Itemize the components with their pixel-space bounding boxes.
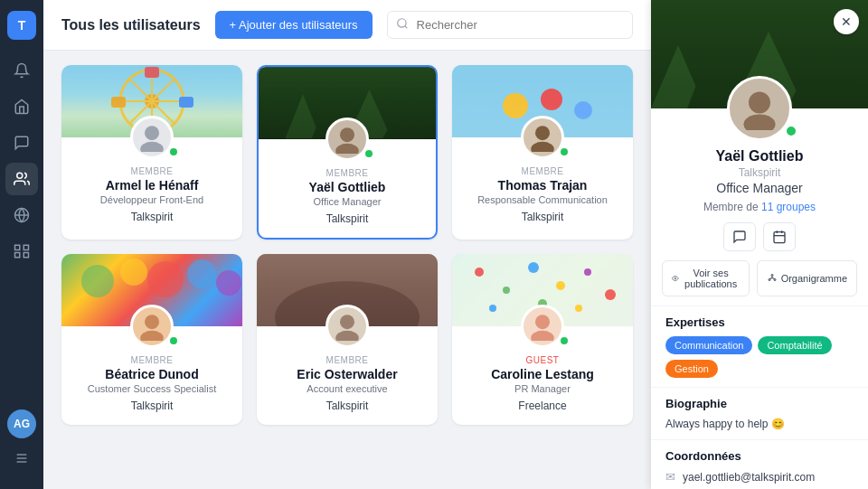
- online-indicator-4: [168, 335, 179, 346]
- user-card-6[interactable]: Guest Caroline Lestang PR Manager Freela…: [452, 254, 633, 425]
- message-button[interactable]: [723, 222, 756, 251]
- svg-point-65: [749, 92, 770, 114]
- card-avatar-wrap-1: [61, 116, 242, 159]
- card-name-3: Thomas Trajan: [463, 178, 622, 193]
- card-avatar-wrap-4: [61, 305, 242, 348]
- search-input[interactable]: [387, 11, 633, 39]
- user-card-4[interactable]: Membre Béatrice Dunod Customer Success S…: [61, 254, 242, 425]
- card-role-5: Membre: [268, 355, 427, 365]
- app-logo[interactable]: T: [7, 11, 36, 40]
- svg-point-41: [216, 270, 241, 296]
- svg-point-10: [397, 18, 405, 26]
- calendar-button[interactable]: [763, 222, 796, 251]
- svg-point-71: [675, 277, 676, 279]
- sidebar-item-messages[interactable]: [5, 127, 38, 159]
- svg-point-47: [335, 331, 359, 341]
- card-name-6: Caroline Lestang: [463, 367, 622, 381]
- svg-point-59: [531, 331, 554, 341]
- card-avatar-1: [130, 116, 174, 159]
- avatar[interactable]: AG: [7, 409, 36, 438]
- user-grid: Membre Armel le Hénaff Développeur Front…: [61, 65, 633, 425]
- voir-publications-button[interactable]: Voir ses publications: [662, 260, 750, 296]
- bio-title: Biographie: [665, 397, 854, 410]
- svg-point-38: [120, 259, 147, 286]
- panel-avatar: [727, 76, 792, 141]
- email-icon: ✉: [665, 470, 675, 484]
- card-role-3: Membre: [463, 166, 622, 176]
- svg-point-43: [140, 331, 164, 341]
- card-body-2: Membre Yaël Gottlieb Office Manager Talk…: [259, 161, 436, 238]
- card-name-1: Armel le Hénaff: [72, 178, 231, 193]
- card-job-4: Customer Success Specialist: [72, 383, 231, 394]
- card-company-4: Talkspirit: [72, 400, 231, 412]
- main-content: Tous les utilisateurs + Ajouter des util…: [43, 0, 651, 489]
- svg-point-36: [531, 142, 554, 152]
- panel-groups: Membre de 11 groupes: [665, 201, 854, 213]
- card-company-5: Talkspirit: [268, 400, 427, 412]
- sidebar-item-network[interactable]: [5, 199, 38, 231]
- svg-point-29: [340, 127, 354, 142]
- card-body-5: Membre Eric Osterwalder Account executiv…: [257, 348, 438, 425]
- card-company-6: Freelance: [463, 400, 622, 412]
- card-job-5: Account executive: [268, 383, 427, 394]
- svg-point-50: [503, 287, 510, 294]
- card-avatar-wrap-5: [257, 305, 438, 348]
- card-role-6: Guest: [463, 355, 622, 365]
- panel-groups-link[interactable]: 11 groupes: [761, 201, 816, 213]
- svg-rect-4: [24, 245, 28, 249]
- card-avatar-2: [326, 118, 369, 161]
- svg-line-77: [772, 278, 775, 279]
- expertise-tags: Communication Comptabilité Gestion: [665, 336, 854, 378]
- user-card-5[interactable]: Membre Eric Osterwalder Account executiv…: [257, 254, 438, 425]
- header: Tous les utilisateurs + Ajouter des util…: [43, 0, 651, 51]
- sidebar-item-users[interactable]: [5, 163, 38, 195]
- svg-point-40: [187, 259, 216, 288]
- svg-point-39: [147, 261, 184, 297]
- grid-area: Membre Armel le Hénaff Développeur Front…: [43, 51, 651, 489]
- svg-point-35: [535, 126, 550, 140]
- panel-close-button[interactable]: ✕: [834, 9, 859, 34]
- card-avatar-wrap-6: [452, 305, 633, 348]
- card-avatar-wrap-3: [452, 116, 633, 159]
- svg-point-74: [769, 279, 770, 281]
- card-avatar-6: [521, 305, 564, 348]
- svg-rect-21: [111, 97, 126, 108]
- online-indicator-6: [559, 335, 570, 346]
- card-body-6: Guest Caroline Lestang PR Manager Freela…: [452, 348, 633, 425]
- sidebar-item-notifications[interactable]: [5, 54, 38, 87]
- card-job-3: Responsable Communication: [463, 194, 622, 205]
- sidebar-item-groups[interactable]: [5, 235, 38, 268]
- user-card-1[interactable]: Membre Armel le Hénaff Développeur Front…: [61, 65, 242, 240]
- expertise-tag-gestion: Gestion: [665, 360, 718, 378]
- svg-rect-3: [15, 245, 20, 249]
- online-indicator-3: [559, 146, 570, 157]
- svg-rect-19: [179, 97, 193, 108]
- svg-point-46: [340, 315, 354, 329]
- online-indicator-2: [363, 148, 374, 159]
- card-job-1: Développeur Front-End: [72, 194, 231, 205]
- svg-point-51: [528, 262, 539, 273]
- svg-point-53: [584, 268, 591, 276]
- profile-panel: ✕ Yaël Gottlieb Talkspirit Office Manage…: [651, 0, 868, 489]
- card-role-4: Membre: [72, 355, 231, 365]
- page-title: Tous les utilisateurs: [61, 17, 201, 33]
- svg-rect-6: [24, 253, 28, 258]
- svg-point-54: [605, 289, 616, 300]
- coords-title: Coordonnées: [665, 449, 854, 463]
- sidebar-item-home[interactable]: [5, 90, 38, 123]
- organigramme-button[interactable]: Organigramme: [757, 260, 857, 296]
- svg-point-30: [335, 144, 359, 154]
- settings-icon[interactable]: [5, 442, 38, 475]
- card-job-2: Office Manager: [269, 196, 425, 207]
- svg-rect-18: [145, 67, 159, 78]
- card-name-2: Yaël Gottlieb: [269, 180, 425, 194]
- expertises-section: Expertises Communication Comptabilité Ge…: [651, 306, 868, 387]
- user-card-3[interactable]: Membre Thomas Trajan Responsable Communi…: [452, 65, 633, 240]
- panel-actions: [651, 213, 868, 260]
- add-users-button[interactable]: + Ajouter des utilisateurs: [215, 11, 373, 39]
- card-name-5: Eric Osterwalder: [268, 367, 427, 381]
- svg-point-75: [774, 279, 776, 281]
- user-card-2[interactable]: Membre Yaël Gottlieb Office Manager Talk…: [257, 65, 438, 240]
- svg-point-22: [145, 126, 159, 140]
- panel-org: Talkspirit: [665, 166, 854, 179]
